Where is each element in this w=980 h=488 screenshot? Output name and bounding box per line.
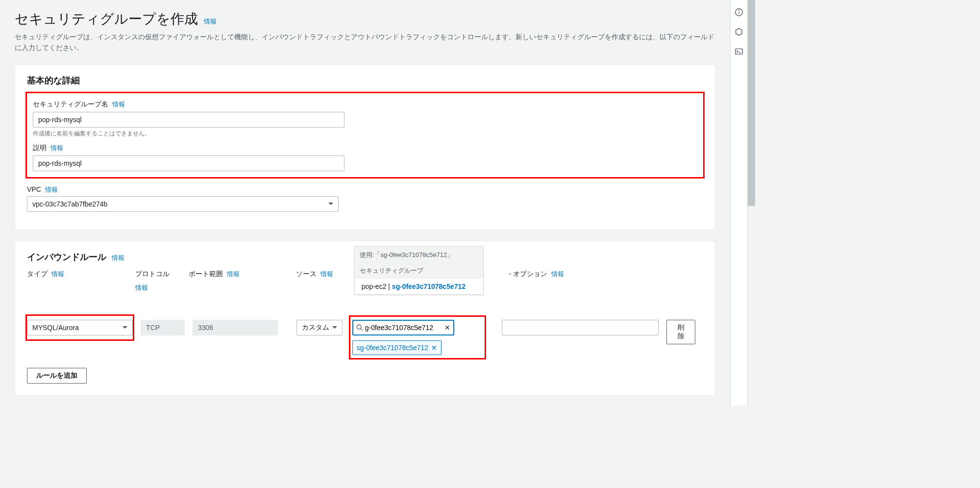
svg-rect-6 (735, 49, 742, 54)
page-header: セキュリティグループを作成 情報 セキュリティグループは、インスタンスの仮想ファ… (15, 10, 715, 53)
rule-source-tag[interactable]: sg-0fee3c71078c5e712 ✕ (352, 340, 441, 355)
rule-source-search[interactable]: ✕ (352, 320, 454, 335)
vpc-select[interactable]: vpc-03c73c7ab7fbe274b (27, 196, 339, 212)
col-type-label: タイプ (27, 270, 48, 279)
inbound-rules-panel: インバウンドルール 情報 タイプ 情報 プロトコル 情報 ポート範囲 情報 ソー… (15, 241, 715, 396)
rule-source-mode-value: カスタム (302, 323, 329, 332)
add-rule-button[interactable]: ルールを追加 (27, 368, 87, 384)
rule-row: MYSQL/Aurora TCP 3306 カスタム (27, 320, 703, 355)
vpc-value: vpc-03c73c7ab7fbe274b (32, 200, 107, 208)
basic-details-title: 基本的な詳細 (27, 75, 703, 86)
rule-description-input[interactable] (502, 320, 659, 335)
rule-source-tag-text: sg-0fee3c71078c5e712 (357, 344, 428, 352)
col-source-label: ソース (296, 270, 317, 279)
page-subtitle: セキュリティグループは、インスタンスの仮想ファイアウォールとして機能し、インバウ… (15, 31, 715, 53)
close-icon[interactable]: ✕ (444, 324, 450, 332)
info-icon[interactable] (735, 8, 743, 17)
col-protocol-info-link[interactable]: 情報 (135, 283, 148, 292)
sg-name-label: セキュリティグループ名 (33, 100, 108, 109)
svg-point-4 (738, 10, 739, 11)
sg-desc-label: 説明 (33, 144, 47, 153)
highlight-box-basic: セキュリティグループ名 情報 作成後に名前を編集することはできません。 説明 情… (25, 92, 705, 179)
sg-name-info-link[interactable]: 情報 (112, 101, 125, 108)
vpc-info-link[interactable]: 情報 (45, 186, 58, 193)
rule-type-select[interactable]: MYSQL/Aurora (27, 320, 133, 335)
source-dropdown: 使用:「sg-0fee3c71078c5e712」 セキュリティグループ pop… (354, 246, 484, 295)
inbound-rules-title-text: インバウンドルール (27, 252, 106, 262)
rules-header: タイプ 情報 プロトコル 情報 ポート範囲 情報 ソース 情報 使用:「sg-0… (27, 270, 703, 292)
col-source-info-link[interactable]: 情報 (320, 270, 333, 279)
cloudshell-icon[interactable] (735, 47, 743, 56)
delete-rule-button[interactable]: 削除 (666, 320, 695, 344)
search-icon (356, 324, 363, 331)
col-protocol-label: プロトコル (135, 270, 170, 279)
col-type-info-link[interactable]: 情報 (51, 270, 64, 279)
svg-line-1 (361, 329, 363, 331)
sg-name-input[interactable] (33, 112, 344, 128)
rule-protocol: TCP (141, 320, 185, 335)
source-dropdown-item-id: sg-0fee3c71078c5e712 (392, 283, 466, 290)
vertical-scrollbar[interactable] (747, 0, 755, 406)
scrollbar-thumb[interactable] (748, 0, 755, 206)
col-desc-info-link[interactable]: 情報 (551, 270, 564, 279)
close-icon[interactable]: ✕ (431, 344, 437, 352)
col-port-label: ポート範囲 (189, 270, 223, 279)
sg-desc-info-link[interactable]: 情報 (50, 144, 63, 152)
vpc-field: VPC 情報 vpc-03c73c7ab7fbe274b (27, 185, 703, 212)
col-port-info-link[interactable]: 情報 (227, 270, 240, 279)
svg-marker-5 (736, 28, 742, 35)
rule-source-mode-select[interactable]: カスタム (296, 320, 343, 335)
col-desc-label: - オプション (509, 270, 548, 279)
rule-source-search-input[interactable] (365, 324, 442, 332)
sg-desc-field: 説明 情報 (33, 144, 697, 171)
source-dropdown-item[interactable]: pop-ec2 | sg-0fee3c71078c5e712 (355, 278, 483, 294)
basic-details-panel: 基本的な詳細 セキュリティグループ名 情報 作成後に名前を編集することはできませ… (15, 64, 715, 230)
hexagon-icon[interactable] (735, 27, 743, 36)
chevron-down-icon (332, 326, 337, 329)
sg-name-field: セキュリティグループ名 情報 作成後に名前を編集することはできません。 (33, 100, 697, 138)
page-title: セキュリティグループを作成 (15, 10, 198, 28)
inbound-rules-info-link[interactable]: 情報 (112, 254, 124, 261)
source-dropdown-inuse: 使用:「sg-0fee3c71078c5e712」 (355, 247, 483, 263)
svg-point-0 (357, 325, 361, 329)
source-dropdown-item-name: pop-ec2 (362, 283, 387, 290)
chevron-down-icon (328, 203, 333, 205)
sg-desc-input[interactable] (33, 155, 344, 171)
right-panel-toolbar (730, 0, 747, 406)
rule-type-value: MYSQL/Aurora (32, 324, 79, 332)
rule-port: 3306 (193, 320, 278, 335)
sg-name-hint: 作成後に名前を編集することはできません。 (33, 129, 697, 138)
chevron-down-icon (122, 326, 127, 329)
vpc-label: VPC (27, 185, 41, 193)
source-dropdown-heading: セキュリティグループ (355, 263, 483, 278)
page-title-info-link[interactable]: 情報 (204, 18, 217, 25)
